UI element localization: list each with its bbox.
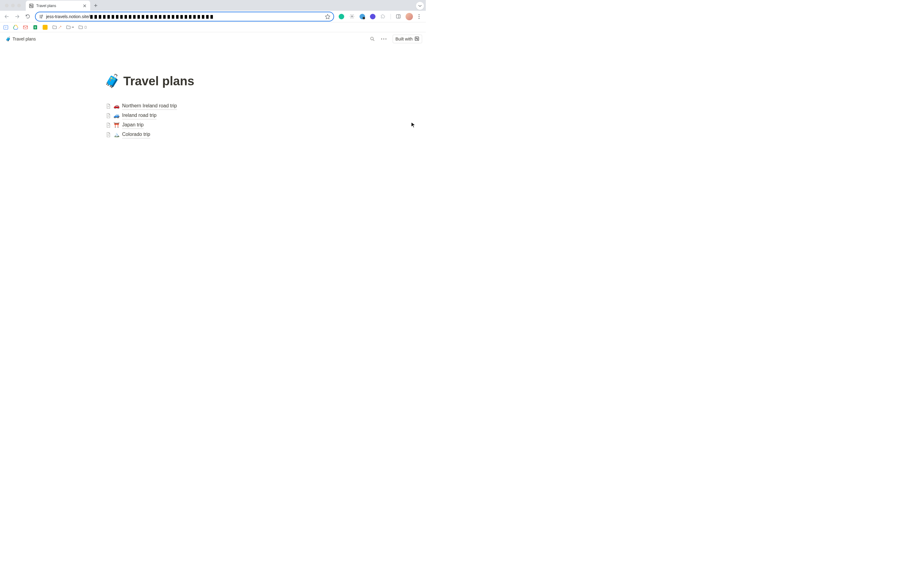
browser-tab-strip: Travel plans bbox=[0, 0, 426, 11]
bookmarks-bar: 7 •• bbox=[0, 23, 426, 32]
google-calendar-icon: 7 bbox=[3, 24, 8, 30]
tab-close-button[interactable] bbox=[82, 3, 87, 8]
svg-point-1 bbox=[42, 15, 43, 16]
folder-icon bbox=[52, 25, 62, 30]
page-link-label: Northern Ireland road trip bbox=[122, 102, 177, 110]
more-options-button[interactable] bbox=[379, 35, 389, 43]
url-redacted bbox=[90, 15, 213, 19]
bookmark-calendar[interactable]: 7 bbox=[2, 23, 9, 31]
breadcrumb-label: Travel plans bbox=[13, 37, 36, 41]
page-icon bbox=[105, 112, 112, 119]
page-link-label: Colorado trip bbox=[122, 131, 150, 138]
page-icon bbox=[105, 131, 112, 138]
profile-avatar[interactable] bbox=[405, 13, 413, 20]
tab-title: Travel plans bbox=[36, 4, 80, 8]
extension-grammarly-icon[interactable] bbox=[337, 12, 346, 21]
side-panel-icon[interactable] bbox=[394, 12, 402, 21]
bookmark-folder-3[interactable] bbox=[78, 23, 88, 31]
mountain-emoji-icon: 🏔️ bbox=[113, 132, 120, 138]
separator bbox=[391, 14, 391, 19]
breadcrumb[interactable]: 🧳 Travel plans bbox=[4, 35, 38, 43]
built-with-label: Built with bbox=[396, 37, 413, 41]
notion-topbar: 🧳 Travel plans Built with bbox=[0, 32, 426, 46]
folder-icon: •• bbox=[66, 25, 74, 30]
svg-point-16 bbox=[383, 38, 384, 39]
browser-toolbar: jess-travels.notion.site/ bbox=[0, 11, 426, 23]
bookmark-yellow[interactable] bbox=[42, 23, 49, 31]
page-link-label: Japan trip bbox=[122, 121, 144, 129]
svg-point-3 bbox=[351, 16, 352, 17]
extensions-puzzle-icon[interactable] bbox=[379, 12, 387, 21]
luggage-emoji-icon: 🧳 bbox=[5, 37, 11, 41]
extension-blue-circle-icon[interactable] bbox=[358, 12, 366, 21]
extension-gear-icon[interactable] bbox=[348, 12, 356, 21]
browser-menu-button[interactable] bbox=[415, 12, 423, 21]
page-link-colorado[interactable]: 🏔️ Colorado trip bbox=[104, 130, 321, 139]
page-link-label: Ireland road trip bbox=[122, 112, 156, 119]
window-minimize-light[interactable] bbox=[11, 4, 15, 7]
notion-page-content: 🧳 Travel plans 🚗 Northern Ireland road t… bbox=[104, 46, 321, 139]
page-icon bbox=[105, 122, 112, 128]
window-zoom-light[interactable] bbox=[17, 4, 21, 7]
bookmark-drive[interactable] bbox=[12, 23, 19, 31]
notion-favicon-icon bbox=[29, 3, 34, 8]
yellow-app-icon bbox=[42, 24, 48, 30]
url-text: jess-travels.notion.site/ bbox=[46, 14, 323, 19]
page-link-japan[interactable]: ⛩️ Japan trip bbox=[104, 120, 321, 130]
page-icon bbox=[105, 103, 112, 110]
bookmark-folder-1[interactable] bbox=[52, 23, 62, 31]
browser-tab[interactable]: Travel plans bbox=[26, 1, 90, 11]
new-tab-button[interactable] bbox=[91, 1, 100, 10]
bookmark-star-icon[interactable] bbox=[325, 14, 331, 19]
site-settings-icon[interactable] bbox=[39, 14, 44, 19]
car-emoji-icon: 🚗 bbox=[113, 103, 120, 109]
notion-topbar-actions: Built with bbox=[368, 35, 422, 43]
gmail-icon bbox=[23, 24, 28, 30]
svg-point-15 bbox=[381, 38, 382, 39]
page-link-ireland[interactable]: 🚙 Ireland road trip bbox=[104, 111, 321, 120]
bookmark-folder-2[interactable]: •• bbox=[65, 23, 75, 31]
window-close-light[interactable] bbox=[5, 4, 8, 7]
page-links-list: 🚗 Northern Ireland road trip 🚙 Ireland r… bbox=[104, 101, 321, 139]
svg-point-14 bbox=[371, 37, 373, 40]
page-title-row: 🧳 Travel plans bbox=[104, 74, 321, 88]
forward-button[interactable] bbox=[13, 12, 21, 21]
svg-rect-13 bbox=[85, 26, 86, 29]
mouse-cursor-icon bbox=[411, 122, 415, 128]
page-title[interactable]: Travel plans bbox=[123, 74, 194, 88]
page-link-northern-ireland[interactable]: 🚗 Northern Ireland road trip bbox=[104, 101, 321, 111]
bookmark-sheets[interactable] bbox=[32, 23, 39, 31]
luggage-emoji-icon[interactable]: 🧳 bbox=[104, 75, 120, 88]
address-bar[interactable]: jess-travels.notion.site/ bbox=[35, 11, 334, 21]
extension-purple-circle-icon[interactable] bbox=[368, 12, 377, 21]
svg-point-2 bbox=[41, 17, 42, 18]
reload-button[interactable] bbox=[23, 12, 32, 21]
google-sheets-icon bbox=[32, 24, 38, 30]
back-button[interactable] bbox=[2, 12, 11, 21]
svg-point-7 bbox=[418, 16, 419, 17]
svg-point-17 bbox=[386, 38, 387, 39]
notion-logo-icon bbox=[415, 36, 419, 42]
built-with-notion-button[interactable]: Built with bbox=[393, 35, 422, 43]
svg-text:7: 7 bbox=[5, 26, 6, 29]
google-drive-icon bbox=[13, 24, 18, 30]
tabs-dropdown-button[interactable] bbox=[416, 2, 424, 10]
svg-rect-4 bbox=[396, 15, 400, 18]
macos-traffic-lights bbox=[2, 4, 23, 11]
shrine-emoji-icon: ⛩️ bbox=[113, 122, 120, 128]
svg-point-6 bbox=[418, 14, 419, 15]
search-button[interactable] bbox=[368, 35, 378, 43]
bookmark-gmail[interactable] bbox=[22, 23, 29, 31]
suv-emoji-icon: 🚙 bbox=[113, 113, 120, 119]
folder-icon bbox=[78, 25, 87, 30]
svg-rect-11 bbox=[23, 26, 28, 29]
svg-point-8 bbox=[418, 18, 419, 19]
